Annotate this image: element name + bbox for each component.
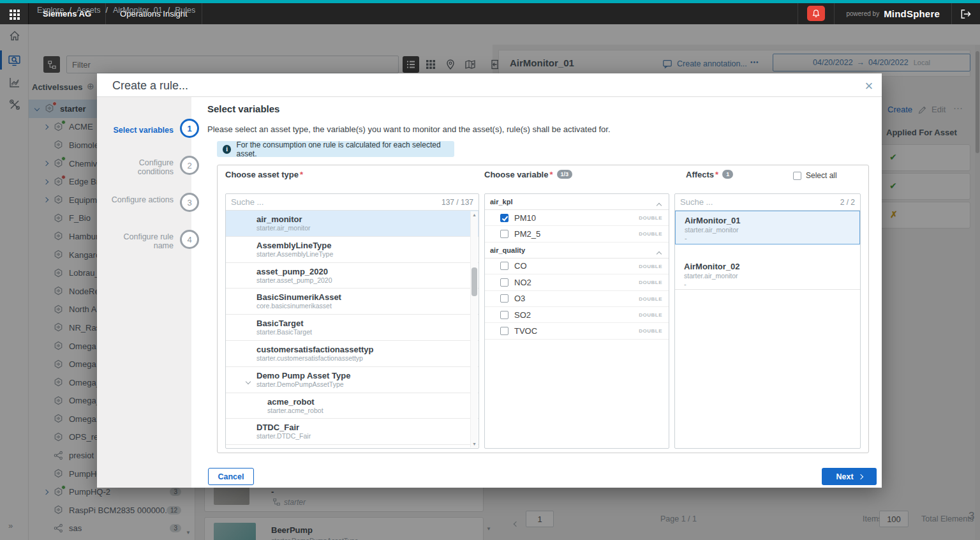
breadcrumb-item[interactable]: AirMonitor_01	[113, 6, 163, 15]
asset-type-column-title: Choose asset type*	[225, 170, 303, 179]
breadcrumb-item[interactable]: Rules	[175, 6, 195, 15]
variable-checkbox[interactable]	[500, 311, 509, 319]
variable-list: air_kpl PM10DOUBLE PM2_5DOUBLE air_quali…	[484, 193, 669, 449]
variable-item[interactable]: NO2DOUBLE	[485, 274, 669, 290]
breadcrumb-item[interactable]: Assets	[77, 6, 101, 15]
cancel-button[interactable]: Cancel	[208, 468, 254, 485]
required-star: *	[549, 170, 553, 179]
step-label[interactable]: Select variables	[102, 126, 174, 135]
required-star: *	[715, 170, 718, 179]
select-all-label: Select all	[806, 171, 837, 180]
variable-item[interactable]: PM10DOUBLE	[485, 210, 669, 226]
variable-item[interactable]: SO2DOUBLE	[485, 307, 669, 323]
select-all-control[interactable]: Select all	[793, 171, 837, 180]
affects-counter: 2 / 2	[840, 198, 855, 207]
variable-type: DOUBLE	[639, 280, 662, 285]
affects-item[interactable]: AirMonitor_02 starter.air_monitor -	[675, 257, 860, 290]
breadcrumb-separator: /	[168, 6, 170, 15]
asset-type-item[interactable]: asset_pump_2020starter.asset_pump_2020	[226, 263, 479, 289]
topbar-spacer	[202, 3, 799, 24]
asset-type-search: 137 / 137	[226, 194, 479, 211]
logout-button[interactable]	[952, 3, 980, 24]
asset-type-item[interactable]: customersatisfactionassettypstarter.cust…	[226, 341, 479, 367]
chevron-up-icon[interactable]	[657, 201, 661, 209]
asset-type-item[interactable]: BasicSinumerikAssetcore.basicsinumerikas…	[226, 289, 479, 315]
variable-checkbox[interactable]	[500, 278, 509, 287]
chevron-up-icon[interactable]	[657, 250, 661, 257]
asset-type-rows: air_monitorstarter.air_monitor AssemblyL…	[226, 211, 479, 448]
app-launcher-icon	[10, 10, 12, 12]
affects-search-input[interactable]	[675, 194, 860, 210]
variable-item[interactable]: PM2_5DOUBLE	[485, 226, 669, 242]
variable-item[interactable]: CODOUBLE	[485, 259, 669, 274]
step-circle[interactable]: 1	[180, 119, 199, 138]
breadcrumb-item[interactable]: Explore	[37, 6, 64, 15]
info-icon: i	[223, 145, 231, 154]
affects-list: 2 / 2 AirMonitor_01 starter.air_monitor …	[674, 193, 861, 449]
selection-container: Choose asset type* Choose variable*1/3 A…	[217, 165, 869, 453]
variable-column-title: Choose variable*1/3	[484, 170, 572, 179]
step-circle[interactable]: 3	[180, 193, 199, 212]
dialog-title: Create a rule...	[112, 79, 188, 93]
breadcrumb-separator: /	[69, 6, 71, 15]
wizard-stepper	[97, 97, 191, 488]
asset-type-item[interactable]: Demo Pump Asset Typestarter.DemoPumpAsse…	[226, 367, 479, 393]
breadcrumb-separator: /	[105, 6, 107, 15]
variable-group-header[interactable]: air_quality	[485, 243, 669, 259]
variable-checkbox[interactable]	[500, 294, 509, 303]
variable-item[interactable]: O3DOUBLE	[485, 291, 669, 307]
asset-type-scrollbar[interactable]: ▲ ▼	[470, 211, 478, 447]
step-circle[interactable]: 4	[180, 230, 199, 249]
asset-type-item[interactable]: air_monitorstarter.air_monitor	[226, 211, 479, 237]
powered-by-label: powered by	[846, 10, 879, 17]
variable-type: DOUBLE	[639, 215, 662, 221]
chevron-down-icon[interactable]	[246, 375, 250, 386]
affects-search: 2 / 2	[675, 194, 860, 211]
affects-column-title: Affects*1	[686, 170, 733, 179]
variable-checkbox[interactable]	[500, 262, 509, 270]
asset-type-item[interactable]: acme_robotstarter.acme_robot	[226, 393, 479, 419]
variable-type: DOUBLE	[639, 296, 662, 302]
variable-type: DOUBLE	[639, 264, 662, 269]
required-star: *	[300, 170, 303, 179]
bell-icon	[811, 8, 821, 19]
logout-icon	[960, 9, 972, 19]
step-label[interactable]: Configure conditions	[102, 158, 174, 177]
asset-type-item[interactable]: AssemblyLineTypestarter.AssemblyLineType	[226, 237, 479, 263]
variable-type: DOUBLE	[639, 231, 662, 237]
variable-checkbox[interactable]	[500, 327, 509, 335]
asset-type-item[interactable]: DTDC_Fairstarter.DTDC_Fair	[226, 419, 479, 445]
next-button[interactable]: Next	[822, 468, 877, 485]
asset-type-list: 137 / 137 air_monitorstarter.air_monitor…	[225, 193, 479, 449]
notifications-button[interactable]	[807, 6, 825, 21]
scroll-down-icon[interactable]: ▼	[472, 442, 477, 446]
selected-count-badge: 1	[722, 170, 733, 179]
asset-type-item[interactable]: BasicTargetstarter.BasicTarget	[226, 315, 479, 341]
close-icon[interactable]: ×	[860, 77, 878, 95]
scrollbar-thumb[interactable]	[471, 267, 477, 296]
variable-checkbox[interactable]	[500, 230, 509, 238]
info-banner: i For the consumption one rule is calcul…	[217, 141, 454, 157]
selected-count-badge: 1/3	[557, 170, 573, 179]
step-label[interactable]: Configure rule name	[102, 232, 174, 251]
create-rule-dialog: Create a rule... × Select variables 1 Co…	[97, 73, 882, 488]
variable-type: DOUBLE	[639, 312, 662, 318]
asset-type-search-input[interactable]	[226, 194, 479, 210]
step-circle[interactable]: 2	[180, 156, 199, 175]
app-launcher-button[interactable]	[0, 3, 29, 24]
asset-type-counter: 137 / 137	[442, 198, 473, 207]
product-logo: MindSphere	[884, 8, 940, 19]
step-description: Please select an asset type, the variabl…	[207, 124, 611, 134]
step-label[interactable]: Configure actions	[102, 195, 174, 204]
variable-type: DOUBLE	[639, 328, 662, 334]
variable-checkbox[interactable]	[500, 214, 509, 222]
variable-item[interactable]: TVOCDOUBLE	[485, 323, 669, 339]
breadcrumb: Explore / Assets / AirMonitor_01 / Rules	[37, 6, 195, 15]
select-all-checkbox[interactable]	[793, 172, 801, 180]
affects-item[interactable]: AirMonitor_01 starter.air_monitor -	[675, 211, 860, 244]
step-heading: Select variables	[207, 103, 279, 114]
powered-by-badge: powered by MindSphere	[834, 3, 952, 24]
scroll-up-icon[interactable]: ▲	[472, 213, 477, 217]
chevron-right-icon	[858, 474, 863, 479]
variable-group-header[interactable]: air_kpl	[485, 194, 669, 210]
